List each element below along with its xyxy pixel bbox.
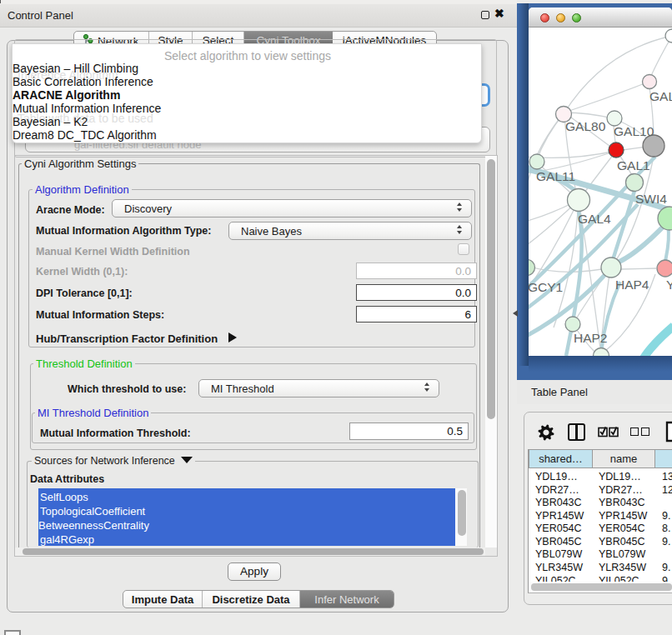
svg-text:GAL11: GAL11 — [536, 169, 575, 183]
svg-text:GAL80: GAL80 — [565, 119, 606, 133]
svg-text:GAL10: GAL10 — [614, 124, 654, 138]
svg-text:HAP4: HAP4 — [615, 278, 649, 292]
svg-text:GAL4: GAL4 — [578, 212, 611, 226]
svg-text:Y: Y — [666, 278, 672, 292]
svg-text:SWI4: SWI4 — [635, 192, 667, 206]
svg-text:HAP2: HAP2 — [574, 331, 608, 345]
svg-text:GCY1: GCY1 — [529, 280, 563, 294]
svg-text:GAL7: GAL7 — [649, 89, 672, 103]
svg-text:GAL1: GAL1 — [617, 158, 650, 172]
